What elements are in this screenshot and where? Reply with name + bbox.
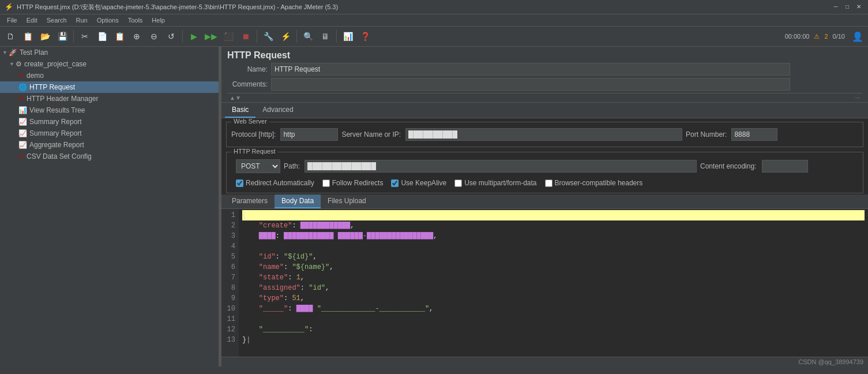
keepalive-input[interactable] xyxy=(391,179,399,187)
menu-options[interactable]: Options xyxy=(92,16,123,25)
toolbar: 🗋 📋 📂 💾 ✂ 📄 📋 ⊕ ⊖ ↺ ▶ ▶▶ ⬛ ⏹ 🔧 ⚡ 🔍 🖥 📊 ❓… xyxy=(0,27,868,47)
browser-compat-input[interactable] xyxy=(545,179,553,187)
sep2 xyxy=(182,30,183,43)
search-icon[interactable]: 🔍 xyxy=(300,28,316,44)
server-input[interactable] xyxy=(405,128,682,141)
code-editor[interactable]: 12345 678910 111213 { "create": ████████… xyxy=(221,209,868,357)
sidebar-item-http-header[interactable]: ✂ HTTP Header Manager xyxy=(0,93,219,104)
start-nopause-button[interactable]: ▶▶ xyxy=(203,28,219,44)
name-input[interactable] xyxy=(271,63,790,76)
collapse-bar[interactable]: ▲▼ ··· xyxy=(227,93,862,102)
avatar-icon[interactable]: 👤 xyxy=(850,28,866,44)
code-line-1: { xyxy=(242,210,865,220)
window-controls[interactable]: ─ □ ✕ xyxy=(831,2,863,12)
new-button[interactable]: 🗋 xyxy=(2,28,18,44)
view-results-icon: 📊 xyxy=(18,106,27,114)
elapsed-time: 00:00:00 xyxy=(785,33,810,40)
menu-bar: File Edit Search Run Options Tools Help xyxy=(0,14,868,27)
sidebar-item-view-results[interactable]: 📊 View Results Tree xyxy=(0,104,219,116)
remote-button[interactable]: 🖥 xyxy=(317,28,333,44)
code-line-12: "__________": xyxy=(242,324,865,335)
template-button[interactable]: 📋 xyxy=(20,28,36,44)
method-select[interactable]: POST GET PUT DELETE xyxy=(236,159,280,173)
content-encoding-input[interactable] xyxy=(762,160,808,173)
sidebar-item-http-request[interactable]: 🌐 HTTP Request xyxy=(0,81,219,93)
multipart-checkbox[interactable]: Use multipart/form-data xyxy=(454,179,536,187)
multipart-input[interactable] xyxy=(454,179,462,187)
name-label: Name: xyxy=(227,65,268,73)
close-button[interactable]: ✕ xyxy=(854,2,863,12)
sidebar-label-view-results: View Results Tree xyxy=(29,106,85,114)
code-line-2: "create": ████████████, xyxy=(242,220,865,231)
server-label: Server Name or IP: xyxy=(341,130,401,139)
beanshell-button[interactable]: 🔧 xyxy=(260,28,276,44)
line-numbers: 12345 678910 111213 xyxy=(221,209,239,357)
port-input[interactable] xyxy=(731,128,777,141)
redirect-auto-input[interactable] xyxy=(236,179,243,187)
minimize-button[interactable]: ─ xyxy=(831,2,840,12)
browser-compat-checkbox[interactable]: Browser-compatible headers xyxy=(545,179,643,187)
sidebar-item-create-project[interactable]: ▼ ⚙ create_project_case xyxy=(0,58,219,70)
test-plan-button[interactable]: 📊 xyxy=(340,28,356,44)
collapse-button[interactable]: ⊖ xyxy=(146,28,162,44)
sidebar-item-demo[interactable]: ✂ demo xyxy=(0,70,219,81)
tab-advanced[interactable]: Advanced xyxy=(255,103,300,118)
sidebar-item-test-plan[interactable]: ▼ 🚀 Test Plan xyxy=(0,47,219,58)
function-button[interactable]: ⚡ xyxy=(277,28,294,44)
open-button[interactable]: 📂 xyxy=(37,28,53,44)
tab-body-data[interactable]: Body Data xyxy=(275,195,321,208)
redirect-auto-label: Redirect Automatically xyxy=(246,179,314,187)
protocol-input[interactable] xyxy=(280,128,338,141)
menu-search[interactable]: Search xyxy=(42,16,72,25)
paste-button[interactable]: 📋 xyxy=(111,28,127,44)
follow-redirects-input[interactable] xyxy=(322,179,330,187)
save-button[interactable]: 💾 xyxy=(54,28,70,44)
menu-file[interactable]: File xyxy=(2,16,22,25)
sidebar-item-summary-1[interactable]: 📈 Summary Report xyxy=(0,116,219,128)
menu-tools[interactable]: Tools xyxy=(123,16,148,25)
expand-button[interactable]: ⊕ xyxy=(129,28,145,44)
shutdown-button[interactable]: ⏹ xyxy=(238,28,254,44)
menu-edit[interactable]: Edit xyxy=(22,16,42,25)
cut-button[interactable]: ✂ xyxy=(77,28,93,44)
status-bar: CSDN @qq_38994739 xyxy=(221,357,868,366)
tab-parameters[interactable]: Parameters xyxy=(225,195,275,208)
redirect-auto-checkbox[interactable]: Redirect Automatically xyxy=(236,179,314,187)
demo-icon: ✂ xyxy=(18,72,24,80)
http-request-group: HTTP Request POST GET PUT DELETE Path: C… xyxy=(226,152,863,193)
menu-help[interactable]: Help xyxy=(147,16,170,25)
summary2-icon: 📈 xyxy=(18,129,27,137)
code-line-10: "_____": ████ "_____________-___________… xyxy=(242,304,865,314)
sidebar-item-aggregate[interactable]: 📈 Aggregate Report xyxy=(0,139,219,151)
checkbox-row: Redirect Automatically Follow Redirects … xyxy=(231,177,858,189)
right-panel: HTTP Request Name: Comments: ▲▼ ··· Basi… xyxy=(221,47,868,366)
comments-input[interactable] xyxy=(271,78,790,91)
sep4 xyxy=(296,30,297,43)
code-line-6: "name": "${name}", xyxy=(242,262,865,272)
path-input[interactable] xyxy=(305,160,697,173)
sidebar-item-csv[interactable]: ✂ CSV Data Set Config xyxy=(0,151,219,162)
menu-run[interactable]: Run xyxy=(72,16,92,25)
summary1-icon: 📈 xyxy=(18,118,27,126)
main-layout: ▼ 🚀 Test Plan ▼ ⚙ create_project_case ✂ … xyxy=(0,47,868,366)
maximize-button[interactable]: □ xyxy=(843,2,852,12)
stop-button[interactable]: ⬛ xyxy=(220,28,236,44)
tab-basic[interactable]: Basic xyxy=(225,103,255,118)
sidebar: ▼ 🚀 Test Plan ▼ ⚙ create_project_case ✂ … xyxy=(0,47,219,366)
aggregate-icon: 📈 xyxy=(18,141,27,149)
reset-button[interactable]: ↺ xyxy=(163,28,179,44)
app-icon: ⚡ xyxy=(5,3,13,11)
more-options: ··· xyxy=(855,95,860,101)
sidebar-item-summary-2[interactable]: 📈 Summary Report xyxy=(0,128,219,139)
help-button[interactable]: ❓ xyxy=(357,28,373,44)
copy-button[interactable]: 📄 xyxy=(94,28,110,44)
arrow-icon: ▼ xyxy=(9,61,14,67)
start-button[interactable]: ▶ xyxy=(186,28,202,44)
collapse-arrows: ▲▼ xyxy=(230,95,241,101)
sidebar-label-demo: demo xyxy=(27,72,44,80)
keepalive-checkbox[interactable]: Use KeepAlive xyxy=(391,179,446,187)
code-line-8: "assigned": "id", xyxy=(242,283,865,293)
code-content[interactable]: { "create": ████████████, ████: ████████… xyxy=(239,209,868,357)
follow-redirects-checkbox[interactable]: Follow Redirects xyxy=(322,179,384,187)
tab-files-upload[interactable]: Files Upload xyxy=(321,195,373,208)
